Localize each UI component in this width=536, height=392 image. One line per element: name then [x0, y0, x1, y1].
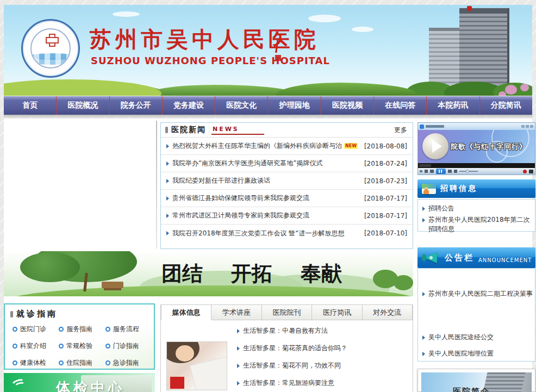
news-link[interactable]: 热烈祝贺大外科主任陈革华主编的《新编外科疾病诊断与治 [172, 141, 342, 151]
guide-link-service-flow[interactable]: 服务流程 [105, 325, 152, 334]
guide-label: 住院指南 [66, 358, 92, 368]
news-link[interactable]: 常州市武进区卫计局领导专家前来我院参观交流 [172, 211, 309, 220]
cloud-decor [308, 15, 341, 22]
arrow-icon [166, 179, 169, 183]
tab-exchange[interactable]: 对外交流 [363, 304, 413, 320]
wave-decor [30, 58, 71, 65]
media-link[interactable]: 生活智多星：菊花茶真的适合你吗？ [243, 344, 347, 353]
news-link[interactable]: 我院举办“南京医科大学医患沟通研究基地”揭牌仪式 [172, 159, 322, 168]
news-panel: 医院新闻 NEWS 更多 热烈祝贺大外科主任陈革华主编的《新编外科疾病诊断与治 … [160, 122, 413, 249]
news-title-en: NEWS [211, 126, 264, 135]
hospital-logo-icon [21, 19, 80, 78]
guide-link-outpatient-guide[interactable]: 门诊指南 [105, 341, 152, 351]
intro-title: 医院简介 [453, 387, 490, 392]
nav-item-nursing[interactable]: 护理园地 [268, 96, 321, 115]
nav-item-affairs[interactable]: 院务公开 [110, 96, 163, 115]
previous-icon[interactable] [430, 170, 434, 173]
slider-thumb[interactable] [466, 170, 469, 173]
building-main-tower [459, 8, 507, 87]
nav-item-branch[interactable]: 分院简讯 [480, 96, 532, 115]
guide-link-outpatient[interactable]: 医院门诊 [13, 325, 59, 334]
media-item: 生活智多星：菊花茶真的适合你吗？ [237, 344, 347, 353]
announcement-header: 公告栏 ANNOUNCEMENT [417, 247, 535, 268]
next-icon[interactable] [448, 170, 452, 173]
announcement-item: 吴中人民医院途经公交 [422, 333, 533, 342]
nav-item-overview[interactable]: 医院概况 [57, 96, 109, 115]
nav-item-party[interactable]: 党务建设 [163, 96, 215, 115]
tab-media-info[interactable]: 媒体信息 [161, 304, 211, 320]
arrow-icon [166, 161, 169, 166]
playlist-icon[interactable] [454, 170, 457, 173]
nav-item-culture[interactable]: 医院文化 [215, 96, 268, 115]
announcement-link[interactable]: 吴中人民医院途经公交 [428, 333, 494, 342]
guide-link-lab-tests[interactable]: 常规检验 [59, 341, 105, 351]
guide-title: 就诊指南 [16, 309, 58, 319]
player-logo-icon [420, 125, 424, 129]
pause-button[interactable] [436, 169, 446, 174]
bullet-icon [13, 327, 17, 332]
announcement-link[interactable]: 吴中人民医院地理位置 [428, 349, 494, 358]
slogan-word: 开拓 [231, 260, 272, 288]
hospital-intro-card[interactable]: 医院简介 [417, 369, 535, 392]
media-link[interactable]: 生活智多星：常见旅游病要注意 [243, 378, 334, 388]
recruitment-link[interactable]: 招聘公告 [428, 204, 454, 213]
nav-item-video[interactable]: 医院视频 [321, 96, 374, 115]
nav-item-home[interactable]: 首页 [4, 96, 57, 115]
play-button[interactable] [422, 133, 448, 159]
guide-link-inpatient[interactable]: 住院指南 [59, 358, 105, 368]
tab-lectures[interactable]: 学术讲座 [211, 304, 261, 320]
guide-label: 服务指南 [66, 325, 92, 334]
checkup-center-banner[interactable]: 体检中心 [4, 373, 155, 392]
recruitment-header: 招聘信息 [417, 179, 535, 198]
column-divider [156, 121, 157, 249]
tab-journal[interactable]: 医院院刊 [262, 304, 312, 320]
guide-link-emergency[interactable]: 急诊指南 [105, 358, 152, 368]
grass-decor [4, 79, 161, 96]
news-more-link[interactable]: 更多 [394, 126, 407, 135]
guide-label: 服务流程 [113, 325, 139, 334]
news-row: 热烈祝贺大外科主任陈革华主编的《新编外科疾病诊断与治 NEW [2018-08-… [161, 138, 413, 155]
nav-item-qa[interactable]: 在线问答 [374, 96, 427, 115]
announcement-item: 苏州市吴中人民医院二期工程决策事 [422, 289, 533, 298]
news-link[interactable]: 我院召开2018年度第三次党委工作会议 暨“进一步解放思想 [172, 229, 345, 238]
arrow-icon [422, 207, 425, 211]
arrow-icon [166, 214, 169, 218]
fullscreen-icon[interactable] [529, 170, 533, 173]
nav-item-pharmacy[interactable]: 本院药讯 [427, 96, 479, 115]
news-link[interactable]: 贵州省德江县妇幼保健院领导前来我院参观交流 [172, 194, 309, 203]
guide-link-checkup[interactable]: 健康体检 [13, 358, 59, 368]
volume-slider[interactable] [459, 171, 478, 172]
media-panel: 媒体信息 学术讲座 医院院刊 医疗简讯 对外交流 生活智多星：中暑自救有方法 生… [160, 304, 413, 392]
building-side-tower [429, 28, 464, 88]
media-link[interactable]: 生活智多星：菊花不同，功效不同 [243, 361, 341, 370]
bullet-icon [59, 344, 64, 349]
checkup-logo-icon [11, 377, 28, 388]
announcement-link[interactable]: 苏州市吴中人民医院二期工程决策事 [428, 289, 533, 298]
record-icon[interactable] [523, 170, 527, 173]
announcement-title: 公告栏 [445, 253, 474, 263]
guide-link-departments[interactable]: 科室介绍 [13, 341, 59, 351]
section-bullet-icon [10, 311, 13, 318]
site-title: 苏州市吴中人民医院 [90, 24, 320, 54]
news-link[interactable]: 我院纪委对新任干部进行廉政谈话 [172, 176, 270, 185]
trees-decor [145, 85, 297, 96]
menu-icon[interactable] [420, 170, 422, 172]
recruitment-link[interactable]: 苏州市吴中人民医院2018年第二次招聘信息 [428, 215, 532, 234]
trees-decor [276, 83, 417, 96]
window-controls[interactable] [521, 125, 533, 128]
guide-label: 常规检验 [66, 341, 92, 351]
stop-icon[interactable] [425, 170, 428, 173]
media-link[interactable]: 生活智多星：中暑自救有方法 [243, 326, 328, 335]
site-title-en: SUZHOU WUZHONG PEOPLE'S HOSPITAL [91, 55, 330, 66]
calligraphy-seal-decor [274, 39, 283, 64]
guide-link-service-guide[interactable]: 服务指南 [59, 325, 105, 334]
arrow-icon [422, 292, 425, 296]
news-row: 我院纪委对新任干部进行廉政谈话 [2018-07-23] [161, 172, 413, 190]
visit-guide-panel: 就诊指南 医院门诊 服务指南 服务流程 科室介绍 常规检验 门诊指南 健康体检 … [4, 303, 155, 370]
arrow-icon [166, 231, 169, 235]
tab-medical-briefs[interactable]: 医疗简讯 [312, 304, 362, 320]
video-caption: 院歌《与红十字同行》 [451, 142, 527, 152]
new-badge: NEW [344, 143, 358, 149]
player-progress-bar[interactable] [418, 163, 535, 168]
news-row: 常州市武进区卫计局领导专家前来我院参观交流 [2018-07-17] [161, 207, 413, 225]
